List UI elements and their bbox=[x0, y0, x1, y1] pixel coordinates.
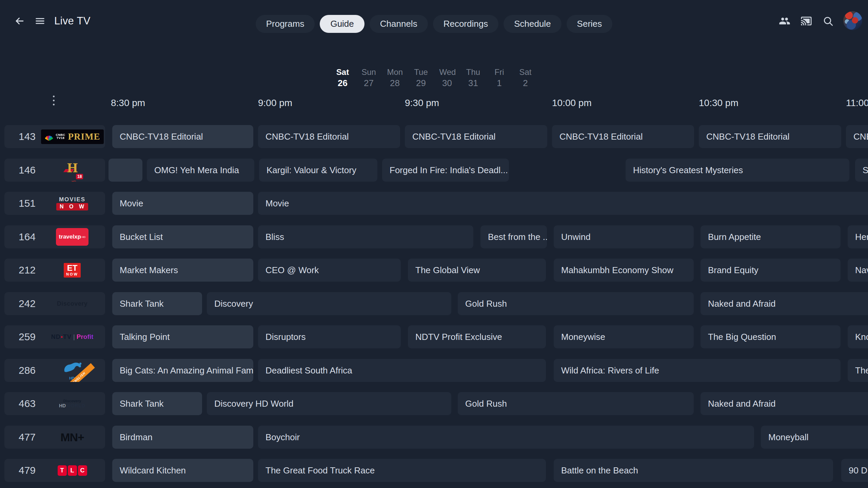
program-title: CEO @ Work bbox=[258, 265, 326, 276]
program-block[interactable]: Boychoir bbox=[258, 426, 754, 449]
program-title: Naked and Afraid bbox=[701, 399, 783, 409]
program-block[interactable]: History's Greatest Mysteries bbox=[626, 159, 849, 182]
program-block[interactable]: Moneyball bbox=[761, 426, 868, 449]
program-title: History's Greatest Mysteries bbox=[626, 165, 750, 176]
program-block[interactable]: Movie bbox=[258, 192, 868, 215]
program-title: Deadliest South Africa bbox=[258, 365, 360, 376]
channel-cell-259[interactable]: 259ND•TV|Profit bbox=[4, 325, 105, 348]
program-title: Movie bbox=[258, 198, 296, 209]
program-block[interactable]: Best from the ... bbox=[480, 225, 547, 248]
program-block[interactable]: Sto bbox=[855, 159, 868, 182]
program-title: Movie bbox=[112, 198, 151, 209]
discovery-hd-world-logo: DiscoveryHDWORLD bbox=[47, 392, 98, 415]
program-title: CNBC-TV18 Editorial bbox=[699, 131, 797, 142]
program-block[interactable]: Navi bbox=[848, 259, 868, 282]
et-now-logo: ETNOW bbox=[47, 259, 98, 282]
channel-number: 164 bbox=[19, 231, 36, 243]
program-block[interactable]: Discovery bbox=[207, 292, 451, 315]
program-block[interactable]: Moneywise bbox=[554, 325, 694, 348]
channel-cell-479[interactable]: 479TLC bbox=[4, 459, 105, 482]
program-block[interactable]: Movie bbox=[112, 192, 253, 215]
channel-number: 242 bbox=[19, 298, 36, 309]
program-block[interactable]: The Big Question bbox=[701, 325, 841, 348]
program-title: Burn Appetite bbox=[701, 232, 768, 242]
program-block[interactable]: OMG! Yeh Mera India bbox=[147, 159, 254, 182]
channel-cell-143[interactable]: 143CNBCTV18PRIME bbox=[4, 125, 105, 148]
channel-cell-463[interactable]: 463DiscoveryHDWORLD bbox=[4, 392, 105, 415]
channel-number: 286 bbox=[19, 365, 36, 376]
channel-cell-242[interactable]: 242Discovery bbox=[4, 292, 105, 315]
program-block[interactable]: Forged In Fire: India's Deadl... bbox=[382, 159, 509, 182]
program-title: Shark Tank bbox=[112, 399, 171, 409]
program-block[interactable]: 90 D bbox=[841, 459, 868, 482]
program-block[interactable]: Deadliest South Africa bbox=[258, 359, 546, 382]
program-block[interactable]: Herit bbox=[848, 225, 868, 248]
program-block[interactable]: Mahakumbh Economy Show bbox=[554, 259, 694, 282]
history-tv18-hd-logo: H18HD bbox=[47, 159, 98, 182]
program-title: Discovery HD World bbox=[207, 399, 301, 409]
program-title: Talking Point bbox=[112, 332, 177, 342]
program-title: The Global View bbox=[408, 265, 487, 276]
program-block[interactable]: Bliss bbox=[258, 225, 473, 248]
channel-number: 151 bbox=[19, 198, 36, 209]
program-block[interactable]: Bucket List bbox=[112, 225, 253, 248]
channel-cell-286[interactable]: 286HDENGLISH bbox=[4, 359, 105, 382]
program-block[interactable]: Battle on the Beach bbox=[554, 459, 833, 482]
program-block[interactable]: Know bbox=[848, 325, 868, 348]
program-block[interactable]: The bbox=[848, 359, 868, 382]
program-block[interactable]: Shark Tank bbox=[112, 392, 202, 415]
channel-cell-212[interactable]: 212ETNOW bbox=[4, 259, 105, 282]
program-block[interactable]: Shark Tank bbox=[112, 292, 202, 315]
program-title: Boychoir bbox=[258, 432, 307, 443]
discovery-channel-logo: Discovery bbox=[47, 292, 98, 315]
channel-cell-477[interactable]: 477MN+ bbox=[4, 426, 105, 449]
animal-planet-hd-logo: HDENGLISH bbox=[47, 359, 98, 382]
program-block[interactable]: Disruptors bbox=[258, 325, 401, 348]
program-block[interactable]: The Great Food Truck Race bbox=[258, 459, 546, 482]
program-title: Forged In Fire: India's Deadl... bbox=[382, 165, 509, 176]
program-block[interactable]: Brand Equity bbox=[701, 259, 841, 282]
program-block[interactable]: Wild Africa: Rivers of Life bbox=[554, 359, 841, 382]
program-block[interactable]: Unwind bbox=[554, 225, 694, 248]
program-title: Discovery bbox=[207, 299, 260, 309]
program-title: CNB bbox=[846, 131, 868, 142]
program-title: Sto bbox=[855, 165, 868, 176]
channel-cell-146[interactable]: 146H18HD bbox=[4, 159, 105, 182]
program-title: Moneywise bbox=[554, 332, 613, 342]
program-title: Moneyball bbox=[761, 432, 816, 443]
program-block[interactable]: Market Makers bbox=[112, 259, 253, 282]
program-block[interactable]: CNBC-TV18 Editorial bbox=[405, 125, 547, 148]
program-block[interactable] bbox=[108, 159, 142, 182]
program-block[interactable]: The Global View bbox=[408, 259, 546, 282]
program-block[interactable]: CEO @ Work bbox=[258, 259, 401, 282]
program-title: 90 D bbox=[841, 465, 868, 476]
program-block[interactable]: Gold Rush bbox=[458, 392, 694, 415]
program-block[interactable]: Burn Appetite bbox=[701, 225, 841, 248]
program-block[interactable]: NDTV Profit Exclusive bbox=[408, 325, 546, 348]
live-tv-guide-screen: { "header": { "title": "Live TV", "tabs"… bbox=[0, 0, 868, 488]
program-title: Big Cats: An Amazing Animal Family bbox=[112, 365, 253, 376]
program-block[interactable]: Birdman bbox=[112, 426, 253, 449]
channel-cell-151[interactable]: 151MOVIESN O W bbox=[4, 192, 105, 215]
program-block[interactable]: Gold Rush bbox=[458, 292, 694, 315]
program-block[interactable]: CNBC-TV18 Editorial bbox=[258, 125, 400, 148]
program-block[interactable]: CNBC-TV18 Editorial bbox=[699, 125, 841, 148]
program-title: The bbox=[848, 365, 868, 376]
program-block[interactable]: Kargil: Valour & Victory bbox=[259, 159, 377, 182]
program-block[interactable]: Discovery HD World bbox=[207, 392, 451, 415]
program-block[interactable]: Talking Point bbox=[112, 325, 253, 348]
program-title: CNBC-TV18 Editorial bbox=[258, 131, 356, 142]
channel-cell-164[interactable]: 164travelxpHD bbox=[4, 225, 105, 248]
program-block[interactable]: CNBC-TV18 Editorial bbox=[112, 125, 253, 148]
program-title: Mahakumbh Economy Show bbox=[554, 265, 681, 276]
program-block[interactable]: Wildcard Kitchen bbox=[112, 459, 253, 482]
channel-number: 479 bbox=[19, 465, 36, 476]
program-block[interactable]: CNBC-TV18 Editorial bbox=[552, 125, 694, 148]
channel-number: 212 bbox=[19, 264, 36, 276]
program-block[interactable]: Naked and Afraid bbox=[701, 392, 868, 415]
program-title: The Great Food Truck Race bbox=[258, 465, 382, 476]
program-title: Birdman bbox=[112, 432, 160, 443]
program-block[interactable]: Naked and Afraid bbox=[701, 292, 868, 315]
program-block[interactable]: CNB bbox=[846, 125, 868, 148]
program-block[interactable]: Big Cats: An Amazing Animal Family bbox=[112, 359, 253, 382]
